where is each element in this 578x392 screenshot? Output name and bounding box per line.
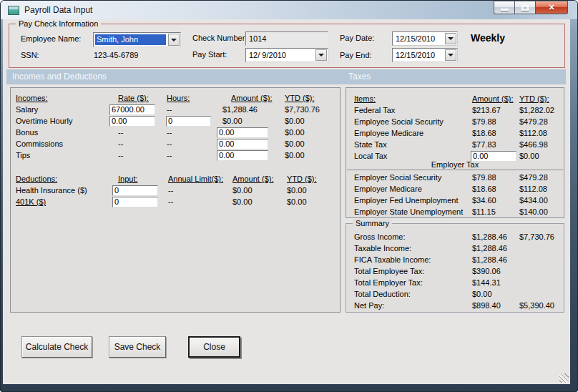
income-label: Overtime Hourly xyxy=(16,115,109,127)
pay-start-datepicker[interactable]: 12/ 9/2010 xyxy=(245,48,328,62)
tax-amount: $18.68 xyxy=(472,183,519,195)
pay-end-value: 12/15/2010 xyxy=(396,50,444,61)
summary-group: Summary Gross Income: $1,288.46 $7,730.7… xyxy=(346,223,564,313)
titlebar[interactable]: Payroll Data Input × xyxy=(1,1,577,20)
income-label: Commissions xyxy=(16,138,109,150)
close-button[interactable]: Close xyxy=(188,336,240,358)
check-number-field[interactable]: 1014 xyxy=(245,31,328,46)
summary-title: Summary xyxy=(353,219,392,227)
summary-ytd xyxy=(519,277,562,288)
summary-ytd xyxy=(519,265,562,277)
salary-rate-input[interactable] xyxy=(109,104,155,115)
summary-table: Gross Income: $1,288.46 $7,730.76 Taxabl… xyxy=(354,231,562,311)
income-amount: $0.00 xyxy=(222,115,285,127)
minimize-button[interactable] xyxy=(494,1,515,14)
income-hours: -- xyxy=(167,150,222,161)
client-area: Pay Check Information Employee Name: Smi… xyxy=(3,19,570,384)
income-row-overtime: Overtime Hourly $0.00 $0.00 xyxy=(16,115,338,127)
overtime-hours-input[interactable] xyxy=(166,116,211,127)
close-window-button[interactable]: × xyxy=(535,1,568,14)
deductions-header-row: Deductions: Input: Annual Limit($): Amou… xyxy=(16,173,338,185)
calculate-check-button[interactable]: Calculate Check xyxy=(21,336,92,358)
save-check-button[interactable]: Save Check xyxy=(109,336,166,358)
tax-label: Employer State Unemployment xyxy=(354,206,472,217)
deductions-col-item: Deductions: xyxy=(16,173,109,185)
tax-ytd: $112.08 xyxy=(519,183,562,195)
form-icon xyxy=(8,6,19,15)
overtime-rate-input[interactable] xyxy=(109,116,155,127)
tax-label: Employee Social Security xyxy=(354,116,472,127)
check-number-label: Check Number: xyxy=(192,33,247,43)
tax-row-employer-fed-unemp: Employer Fed Unemployment $34.60 $434.00 xyxy=(354,195,562,206)
tips-amount-input[interactable] xyxy=(217,150,268,161)
pay-date-datepicker[interactable]: 12/15/2010 xyxy=(392,31,458,46)
tax-row-emp-ss: Employee Social Security $79.88 $479.28 xyxy=(354,116,562,127)
deduction-amount: $0.00 xyxy=(232,196,287,207)
deduction-row-health: Health Insurance ($) -- $0.00 $0.00 xyxy=(16,185,338,196)
incomes-col-rate: Rate ($): xyxy=(109,92,167,104)
window-title: Payroll Data Input xyxy=(24,5,92,15)
incomes-col-item: Incomes: xyxy=(16,92,109,104)
chevron-down-icon[interactable] xyxy=(315,49,327,61)
summary-amount: $1,288.46 xyxy=(472,242,519,254)
pay-end-datepicker[interactable]: 12/15/2010 xyxy=(392,48,458,62)
tax-amount: $34.60 xyxy=(472,195,519,206)
employee-name-combobox[interactable]: Smith, John xyxy=(93,32,181,47)
taxes-header: Taxes xyxy=(348,69,371,84)
chevron-down-icon[interactable] xyxy=(168,34,180,46)
income-rate: -- xyxy=(109,127,167,138)
ssn-label: SSN: xyxy=(21,50,39,60)
tax-ytd: $1,282.02 xyxy=(519,104,562,116)
summary-ytd: $5,390.40 xyxy=(519,300,562,311)
chevron-down-icon[interactable] xyxy=(445,33,456,44)
tax-ytd: $479.28 xyxy=(519,116,562,127)
bonus-amount-input[interactable] xyxy=(217,127,268,138)
maximize-button[interactable] xyxy=(514,1,536,14)
tax-ytd: $466.98 xyxy=(519,139,562,150)
income-ytd: $0.00 xyxy=(285,150,338,161)
summary-ytd: $7,730.76 xyxy=(519,231,562,242)
taxes-col-amount: Amount ($): xyxy=(472,93,519,104)
401k-input[interactable] xyxy=(112,197,158,207)
incomes-deductions-panel: Incomes: Rate ($): Hours: Amount ($): YT… xyxy=(10,87,341,313)
employer-taxes-table: Employer Social Security $79.88 $479.28 … xyxy=(354,172,562,217)
employee-name-value: Smith, John xyxy=(95,34,166,45)
incomes-deductions-header: Incomes and Deductions xyxy=(12,69,107,84)
income-label: Tips xyxy=(16,150,109,161)
chevron-down-icon[interactable] xyxy=(445,49,456,61)
summary-row-total-employer-tax: Total Employer Tax: $144.31 xyxy=(354,277,562,288)
minimize-icon xyxy=(501,9,509,11)
pay-date-value: 12/15/2010 xyxy=(396,34,444,44)
pay-start-label: Pay Start: xyxy=(192,49,227,59)
income-label: Bonus xyxy=(16,127,109,138)
tax-amount: $77.83 xyxy=(472,139,519,150)
resize-grip[interactable] xyxy=(559,373,569,383)
window-controls: × xyxy=(494,1,568,14)
summary-amount: $898.40 xyxy=(472,300,519,311)
deduction-401k-link[interactable]: 401K ($) xyxy=(16,196,109,207)
deductions-col-amount: Amount ($): xyxy=(232,173,287,185)
income-amount: $1,288.46 xyxy=(222,104,285,115)
income-label: Salary xyxy=(16,104,109,115)
incomes-col-amount: Amount ($): xyxy=(222,92,285,104)
taxes-panel: Items: Amount ($): YTD ($): Federal Tax … xyxy=(346,87,564,218)
tax-row-employer-ss: Employer Social Security $79.88 $479.28 xyxy=(354,172,562,183)
deduction-limit: -- xyxy=(168,196,232,207)
employee-taxes-table: Items: Amount ($): YTD ($): Federal Tax … xyxy=(354,93,562,162)
employer-tax-header: Employer Tax xyxy=(431,160,479,169)
taxes-col-ytd: YTD ($): xyxy=(519,93,562,104)
tax-row-federal: Federal Tax $213.67 $1,282.02 xyxy=(354,104,562,116)
summary-row-total-deduction: Total Deduction: $0.00 xyxy=(354,288,562,300)
income-row-salary: Salary -- $1,288.46 $7,730.76 xyxy=(16,104,338,115)
deductions-col-limit: Annual Limit($): xyxy=(168,173,232,185)
tax-amount: $79.88 xyxy=(472,116,519,127)
pay-date-label: Pay Date: xyxy=(340,33,374,43)
deductions-table: Deductions: Input: Annual Limit($): Amou… xyxy=(16,173,338,207)
summary-ytd xyxy=(519,288,562,300)
tax-amount: $79.88 xyxy=(472,172,519,183)
ssn-value: 123-45-6789 xyxy=(94,50,138,60)
tax-ytd: $112.08 xyxy=(519,127,562,139)
health-insurance-input[interactable] xyxy=(112,185,158,196)
employer-tax-divider: Employer Tax xyxy=(347,160,563,170)
commissions-amount-input[interactable] xyxy=(217,139,268,150)
